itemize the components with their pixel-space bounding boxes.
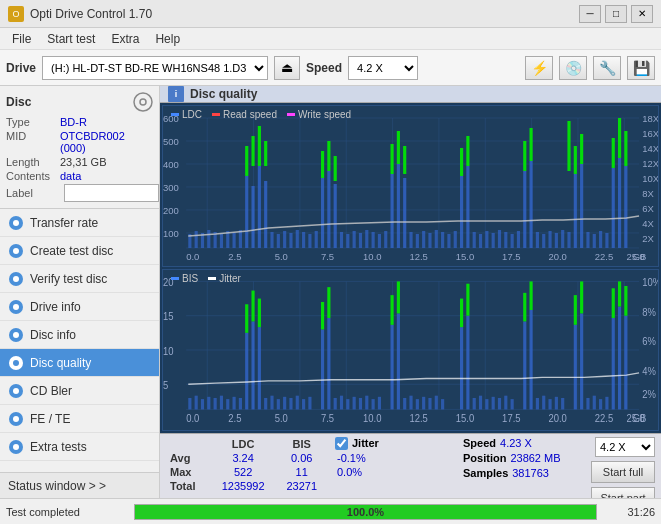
minimize-button[interactable]: ─ bbox=[579, 5, 601, 23]
svg-rect-109 bbox=[624, 131, 627, 166]
svg-rect-212 bbox=[523, 293, 526, 322]
svg-text:10X: 10X bbox=[642, 174, 658, 184]
svg-rect-205 bbox=[485, 399, 488, 409]
start-full-button[interactable]: Start full bbox=[591, 461, 655, 483]
drive-info-icon bbox=[8, 299, 24, 315]
svg-rect-57 bbox=[378, 234, 381, 248]
menu-extra[interactable]: Extra bbox=[103, 30, 147, 48]
svg-rect-154 bbox=[195, 396, 198, 410]
svg-rect-106 bbox=[624, 166, 627, 248]
sidebar-item-extra-tests[interactable]: Extra tests bbox=[0, 433, 159, 461]
svg-rect-158 bbox=[220, 396, 223, 410]
status-bar: Test completed 100.0% 31:26 bbox=[0, 498, 661, 524]
svg-text:15.0: 15.0 bbox=[456, 252, 474, 262]
svg-rect-71 bbox=[447, 234, 450, 248]
svg-rect-96 bbox=[580, 164, 583, 248]
start-part-button[interactable]: Start part bbox=[591, 487, 655, 498]
sidebar-item-label: Drive info bbox=[30, 300, 81, 314]
jitter-checkbox[interactable] bbox=[335, 437, 348, 450]
sidebar-item-transfer-rate[interactable]: Transfer rate bbox=[0, 209, 159, 237]
sidebar-item-fe-te[interactable]: FE / TE bbox=[0, 405, 159, 433]
svg-rect-204 bbox=[479, 396, 482, 410]
sidebar-item-drive-info[interactable]: Drive info bbox=[0, 293, 159, 321]
sidebar-item-verify-test-disc[interactable]: Verify test disc bbox=[0, 265, 159, 293]
svg-rect-60 bbox=[397, 164, 400, 248]
speed-select-small[interactable]: 4.2 X bbox=[595, 437, 655, 457]
svg-rect-199 bbox=[460, 327, 463, 409]
svg-rect-90 bbox=[542, 234, 545, 248]
charts-area: LDC Read speed Write speed bbox=[160, 103, 661, 433]
svg-rect-181 bbox=[340, 396, 343, 410]
stats-bar: LDC BIS Avg 3.24 0.06 Max 522 bbox=[160, 433, 661, 498]
ldc-legend-item: LDC bbox=[171, 109, 202, 120]
disc-type-label: Type bbox=[6, 116, 60, 128]
menu-file[interactable]: File bbox=[4, 30, 39, 48]
write-legend-item: Write speed bbox=[287, 109, 351, 120]
toolbar-btn-1[interactable]: ⚡ bbox=[525, 56, 553, 80]
svg-text:15: 15 bbox=[163, 311, 174, 322]
svg-rect-49 bbox=[327, 141, 330, 171]
stats-max-ldc: 522 bbox=[210, 465, 277, 479]
col-header-blank bbox=[166, 437, 210, 451]
maximize-button[interactable]: □ bbox=[605, 5, 627, 23]
svg-text:12.5: 12.5 bbox=[409, 252, 427, 262]
svg-rect-221 bbox=[574, 295, 577, 325]
disc-label-label: Label bbox=[6, 187, 60, 199]
jitter-avg: -0.1% bbox=[335, 452, 455, 464]
svg-rect-92 bbox=[555, 233, 558, 248]
svg-rect-102 bbox=[605, 233, 608, 248]
sidebar-item-label: CD Bler bbox=[30, 384, 72, 398]
svg-rect-167 bbox=[258, 299, 261, 328]
svg-rect-207 bbox=[498, 398, 501, 409]
toolbar-btn-2[interactable]: 💿 bbox=[559, 56, 587, 80]
sidebar-item-cd-bler[interactable]: CD Bler bbox=[0, 377, 159, 405]
menu-help[interactable]: Help bbox=[147, 30, 188, 48]
stats-max-bis: 11 bbox=[276, 465, 327, 479]
disc-label-input[interactable] bbox=[64, 184, 159, 202]
svg-rect-52 bbox=[346, 234, 349, 248]
svg-rect-165 bbox=[245, 304, 248, 333]
svg-rect-189 bbox=[397, 313, 400, 409]
create-test-disc-icon bbox=[8, 243, 24, 259]
svg-rect-232 bbox=[624, 286, 627, 316]
svg-text:300: 300 bbox=[163, 183, 179, 193]
toolbar-btn-save[interactable]: 💾 bbox=[627, 56, 655, 80]
svg-rect-97 bbox=[574, 146, 577, 174]
svg-text:100: 100 bbox=[163, 229, 179, 239]
svg-rect-40 bbox=[289, 233, 292, 248]
drive-select[interactable]: (H:) HL-DT-ST BD-RE WH16NS48 1.D3 bbox=[42, 56, 268, 80]
svg-rect-193 bbox=[409, 396, 412, 410]
svg-text:200: 200 bbox=[163, 206, 179, 216]
svg-rect-168 bbox=[264, 398, 267, 409]
sidebar-item-label: FE / TE bbox=[30, 412, 70, 426]
sidebar-item-disc-quality[interactable]: Disc quality bbox=[0, 349, 159, 377]
disc-length-label: Length bbox=[6, 156, 60, 168]
bis-chart-svg: 20 15 10 5 10% 8% 6% 4% 2% 0.0 2.5 5.0 7… bbox=[163, 270, 658, 430]
svg-text:8X: 8X bbox=[642, 189, 654, 199]
speed-select[interactable]: 4.2 X bbox=[348, 56, 418, 80]
svg-rect-65 bbox=[409, 232, 412, 248]
svg-rect-70 bbox=[441, 232, 444, 248]
svg-rect-38 bbox=[277, 234, 280, 248]
svg-rect-156 bbox=[207, 397, 210, 410]
close-button[interactable]: ✕ bbox=[631, 5, 653, 23]
status-window-button[interactable]: Status window > > bbox=[0, 472, 159, 498]
svg-text:5.0: 5.0 bbox=[275, 413, 289, 424]
disc-type-value: BD-R bbox=[60, 116, 87, 128]
svg-rect-66 bbox=[416, 234, 419, 248]
sidebar-item-label: Extra tests bbox=[30, 440, 87, 454]
toolbar-btn-3[interactable]: 🔧 bbox=[593, 56, 621, 80]
read-legend-item: Read speed bbox=[212, 109, 277, 120]
sidebar-item-disc-info[interactable]: Disc info bbox=[0, 321, 159, 349]
svg-rect-200 bbox=[466, 316, 469, 410]
stats-avg-ldc: 3.24 bbox=[210, 451, 277, 465]
svg-rect-45 bbox=[321, 178, 324, 248]
transfer-rate-icon bbox=[8, 215, 24, 231]
menu-start-test[interactable]: Start test bbox=[39, 30, 103, 48]
disc-length-value: 23,31 GB bbox=[60, 156, 106, 168]
sidebar-item-create-test-disc[interactable]: Create test disc bbox=[0, 237, 159, 265]
stats-table: LDC BIS Avg 3.24 0.06 Max 522 bbox=[166, 437, 327, 493]
eject-button[interactable]: ⏏ bbox=[274, 56, 300, 80]
jitter-header: Jitter bbox=[335, 437, 455, 450]
speed-header: Speed bbox=[463, 437, 496, 449]
